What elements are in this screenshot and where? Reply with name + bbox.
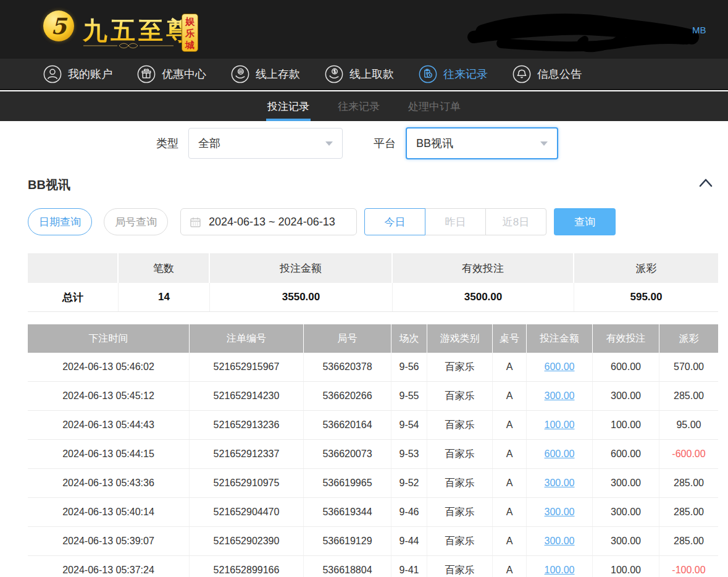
round-number-cell: 536619129	[304, 527, 391, 555]
calendar-icon	[190, 216, 201, 228]
nav-item-withdraw[interactable]: 线上取款	[325, 65, 394, 83]
round-number-cell: 536618804	[304, 556, 391, 577]
type-filter-label: 类型	[156, 136, 178, 151]
game-type-cell: 百家乐	[427, 556, 493, 577]
order-number-cell: 521652902390	[190, 527, 304, 555]
bet-amount-cell: 300.00	[527, 382, 593, 410]
valid-bet-cell: 600.00	[593, 353, 659, 381]
bet-amount-link[interactable]: 300.00	[545, 390, 575, 402]
logo-badge: 娱乐城	[182, 14, 198, 52]
deposit-icon	[231, 65, 249, 83]
summary-header-bet-amount: 投注金额	[210, 253, 393, 283]
bet-amount-link[interactable]: 300.00	[545, 507, 575, 518]
game-type-cell: 百家乐	[427, 440, 493, 468]
summary-payout-value: 595.00	[574, 283, 718, 311]
round-number-cell: 536620378	[304, 353, 391, 381]
query-button[interactable]: 查询	[554, 208, 616, 235]
tab-transaction-records[interactable]: 往来记录	[338, 91, 380, 121]
platform-select-value: BB视讯	[416, 136, 453, 151]
table-number-cell: A	[493, 440, 527, 468]
tab-bet-records[interactable]: 投注记录	[267, 91, 309, 121]
bet-amount-cell: 300.00	[527, 469, 593, 497]
summary-valid-bet-value: 3500.00	[393, 283, 574, 311]
round-number-cell: 536619344	[304, 498, 391, 526]
session-cell: 9-46	[391, 498, 427, 526]
summary-header-payout: 派彩	[574, 253, 718, 283]
payout-cell: 285.00	[659, 498, 718, 526]
order-number-cell: 521652913236	[190, 411, 304, 439]
nav-item-my-account[interactable]: 我的账户	[43, 65, 112, 83]
table-row: 2024-06-13 05:44:15521652912337536620073…	[28, 440, 718, 469]
quick-date-button-group: 今日 昨日 近8日	[364, 208, 546, 235]
bet-time-cell: 2024-06-13 05:44:15	[28, 440, 190, 468]
session-cell: 9-44	[391, 527, 427, 555]
table-number-cell: A	[493, 411, 527, 439]
bet-amount-cell: 600.00	[527, 353, 593, 381]
game-type-cell: 百家乐	[427, 353, 493, 381]
payout-cell: 570.00	[659, 353, 718, 381]
column-header-0: 下注时间	[28, 324, 190, 353]
table-number-cell: A	[493, 353, 527, 381]
type-select[interactable]: 全部	[188, 128, 343, 159]
table-number-cell: A	[493, 527, 527, 555]
today-button[interactable]: 今日	[364, 208, 425, 235]
tab-pending-orders[interactable]: 处理中订单	[408, 91, 461, 121]
valid-bet-cell: 600.00	[593, 440, 659, 468]
bet-amount-cell: 300.00	[527, 527, 593, 555]
summary-total-row: 总计 14 3550.00 3500.00 595.00	[28, 283, 718, 312]
valid-bet-cell: 300.00	[593, 469, 659, 497]
table-row: 2024-06-13 05:44:43521652913236536620164…	[28, 411, 718, 440]
session-cell: 9-55	[391, 382, 427, 410]
valid-bet-cell: 100.00	[593, 411, 659, 439]
bet-amount-link[interactable]: 100.00	[545, 419, 575, 431]
payout-cell: 95.00	[659, 411, 718, 439]
round-number-cell: 536619965	[304, 469, 391, 497]
nav-label: 我的账户	[68, 67, 112, 82]
column-header-3: 场次	[391, 324, 427, 353]
bet-amount-link[interactable]: 300.00	[545, 478, 575, 489]
chevron-down-icon	[540, 141, 548, 146]
chevron-down-icon	[325, 141, 333, 146]
round-query-button[interactable]: 局号查询	[104, 208, 168, 235]
payout-cell: -100.00	[659, 556, 718, 577]
table-number-cell: A	[493, 498, 527, 526]
column-header-8: 派彩	[659, 324, 718, 353]
round-number-cell: 536620266	[304, 382, 391, 410]
valid-bet-cell: 300.00	[593, 382, 659, 410]
bet-time-cell: 2024-06-13 05:44:43	[28, 411, 190, 439]
summary-header-row: 笔数 投注金额 有效投注 派彩	[28, 253, 718, 283]
logo-flourish-icon	[82, 42, 175, 49]
nav-item-transaction-records[interactable]: 往来记录	[419, 65, 488, 83]
yesterday-button[interactable]: 昨日	[425, 208, 486, 235]
bet-amount-link[interactable]: 300.00	[545, 536, 575, 547]
date-query-button[interactable]: 日期查询	[28, 208, 92, 235]
collapse-chevron-up-icon[interactable]	[698, 178, 713, 188]
bet-time-cell: 2024-06-13 05:40:14	[28, 498, 190, 526]
nav-item-promotions[interactable]: 优惠中心	[137, 65, 206, 83]
order-number-cell: 521652912337	[190, 440, 304, 468]
bet-amount-link[interactable]: 600.00	[545, 449, 575, 460]
column-header-2: 局号	[304, 324, 391, 353]
nav-item-deposit[interactable]: 线上存款	[231, 65, 300, 83]
summary-table: 笔数 投注金额 有效投注 派彩 总计 14 3550.00 3500.00 59…	[28, 253, 718, 312]
redaction-scribble	[464, 7, 699, 57]
game-type-cell: 百家乐	[427, 469, 493, 497]
bet-amount-cell: 100.00	[527, 411, 593, 439]
game-type-cell: 百家乐	[427, 411, 493, 439]
bet-time-cell: 2024-06-13 05:45:12	[28, 382, 190, 410]
nav-item-announcements[interactable]: 信息公告	[513, 65, 582, 83]
bet-amount-link[interactable]: 600.00	[545, 361, 575, 373]
nav-label: 信息公告	[537, 67, 582, 82]
platform-select[interactable]: BB视讯	[406, 127, 558, 159]
order-number-cell: 521652915967	[190, 353, 304, 381]
bet-amount-cell: 300.00	[527, 498, 593, 526]
table-row: 2024-06-13 05:39:07521652902390536619129…	[28, 527, 718, 556]
column-header-7: 有效投注	[593, 324, 659, 353]
date-range-picker[interactable]: 2024-06-13 ~ 2024-06-13	[180, 208, 357, 235]
nav-label: 线上存款	[256, 67, 300, 82]
session-cell: 9-52	[391, 469, 427, 497]
valid-bet-cell: 300.00	[593, 498, 659, 526]
bet-amount-link[interactable]: 100.00	[545, 565, 575, 576]
last8days-button[interactable]: 近8日	[485, 208, 546, 235]
currency-label: MB	[692, 25, 706, 35]
